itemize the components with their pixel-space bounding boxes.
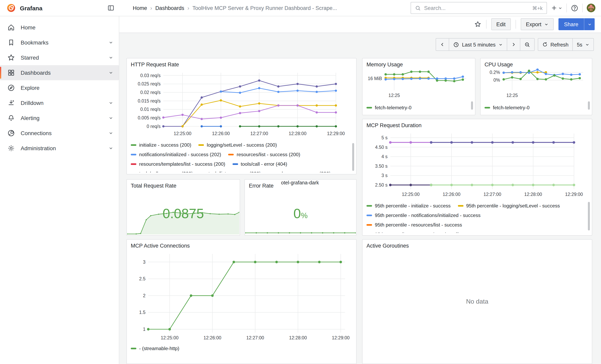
legend-item[interactable]: tools/call - success (200) [131, 171, 193, 172]
breadcrumb-current: ToolHive MCP Server & Proxy Runner Dashb… [192, 5, 337, 11]
legend-chip [228, 154, 234, 155]
time-forward-button[interactable] [507, 39, 520, 50]
legend-scrollbar[interactable] [588, 202, 590, 230]
legend-scrollbar[interactable] [588, 101, 590, 110]
svg-text:12:29:00: 12:29:00 [565, 192, 583, 197]
panel-mcp-active-connections: MCP Active Connections 11.522.5312:25:00… [126, 239, 357, 364]
time-range-picker[interactable]: Last 5 minutes [449, 39, 507, 50]
top-bar-left: Grafana [0, 3, 119, 13]
svg-text:3 s: 3 s [381, 173, 388, 178]
chevron-down-icon [109, 70, 113, 75]
chevron-down-icon [109, 131, 113, 136]
legend-item[interactable]: logging/setLevel - success (200) [198, 142, 277, 148]
duration-legend: 95th percentile - initialize - success95… [367, 201, 585, 233]
svg-text:12:26:00: 12:26:00 [212, 131, 230, 136]
sidebar-item-explore[interactable]: Explore [0, 80, 119, 95]
panel-error-rate: Error Rate 0% [244, 179, 357, 236]
error-rate-sparkline[interactable] [245, 221, 356, 235]
help-icon[interactable] [571, 4, 578, 12]
legend-item[interactable]: 95th percentile - logging/setLevel - suc… [458, 203, 560, 209]
legend-chip [458, 205, 463, 207]
zoom-out-button[interactable] [520, 39, 534, 50]
panel-title[interactable]: CPU Usage [485, 62, 513, 68]
chevron-down-icon [109, 100, 113, 105]
divider [486, 20, 486, 29]
sidebar-toggle-icon[interactable] [107, 4, 114, 11]
chevron-down-icon [109, 116, 113, 120]
svg-text:4 s: 4 s [381, 154, 388, 159]
panel-title[interactable]: Memory Usage [367, 62, 403, 68]
share-button[interactable]: Share [559, 18, 584, 30]
home-icon [7, 23, 15, 31]
sidebar-item-alerting[interactable]: Alerting [0, 110, 119, 126]
sidebar-item-starred[interactable]: Starred [0, 50, 119, 65]
legend-item[interactable]: - (streamable-http) [131, 346, 179, 351]
sidebar-item-dashboards[interactable]: Dashboards [0, 65, 119, 80]
cpu-usage-chart[interactable]: 0.2%0%12:25 [482, 68, 589, 100]
legend-chip [367, 215, 372, 216]
connections-icon [7, 129, 15, 137]
panel-title[interactable]: MCP Request Duration [367, 122, 421, 128]
legend-item[interactable]: 95th percentile - resources/list - succe… [367, 222, 462, 228]
legend-item[interactable]: resources/templates/list - success (200) [131, 161, 225, 167]
brand-name: Grafana [20, 5, 42, 11]
star-button[interactable] [474, 21, 481, 28]
legend-item[interactable]: 95th percentile - initialize - success [367, 203, 451, 209]
share-menu-button[interactable] [584, 18, 595, 30]
search-input[interactable]: Search... ⌘+k [411, 2, 547, 14]
chevron-down-icon [109, 40, 113, 45]
legend-item[interactable]: resources/list - success (200) [228, 152, 300, 157]
add-button[interactable] [551, 5, 562, 11]
sidebar-item-connections[interactable]: Connections [0, 126, 119, 141]
legend-item[interactable]: fetch-telemetry-0 [367, 105, 411, 110]
breadcrumb-home[interactable]: Home [133, 5, 147, 11]
legend-item[interactable]: unknown - success (200) [268, 171, 331, 172]
floating-label: otel-grafana-dark [281, 180, 319, 186]
sidebar-item-administration[interactable]: Administration [0, 141, 119, 156]
legend-scrollbar[interactable] [352, 143, 354, 171]
breadcrumb-separator: › [150, 5, 152, 11]
time-back-button[interactable] [436, 39, 449, 50]
legend-item[interactable]: fetch-telemetry-0 [485, 105, 530, 110]
export-button[interactable]: Export [521, 18, 554, 30]
star-icon [7, 54, 15, 62]
legend-item[interactable]: initialize - success (200) [131, 142, 191, 148]
no-data-message: No data [362, 240, 592, 364]
refresh-button[interactable]: Refresh [538, 39, 572, 50]
panel-total-request-rate: Total Request Rate 0.0875 [126, 179, 240, 236]
svg-text:12:28:00: 12:28:00 [289, 335, 307, 340]
edit-button[interactable]: Edit [491, 18, 511, 30]
avatar[interactable] [587, 4, 595, 12]
svg-text:3.50 s: 3.50 s [375, 164, 388, 169]
svg-text:12:28:00: 12:28:00 [289, 131, 306, 136]
sidebar-item-bookmarks[interactable]: Bookmarks [0, 35, 119, 50]
legend-item[interactable]: tools/call - error (404) [232, 161, 287, 167]
http-request-rate-chart[interactable]: 0 req/s0.005 req/s0.01 req/s0.015 req/s0… [130, 69, 353, 137]
legend-item[interactable]: tools/list - success (200) [200, 171, 261, 172]
svg-text:12:27:00: 12:27:00 [250, 131, 268, 136]
zoom-out-icon [524, 41, 530, 48]
svg-text:1.5: 1.5 [139, 310, 145, 315]
legend-item[interactable]: 95th percentile - notifications/initiali… [367, 213, 481, 218]
search-placeholder: Search... [424, 5, 529, 11]
panel-title[interactable]: MCP Active Connections [131, 243, 190, 249]
legend-item[interactable]: notifications/initialized - success (202… [131, 152, 221, 157]
legend-item[interactable]: 95th percentile - resources/templates/li… [367, 232, 485, 233]
sidebar: Home Bookmarks Starred Dashboards Explor… [0, 16, 119, 364]
refresh-interval-picker[interactable]: 5s [572, 39, 593, 50]
breadcrumb-dashboards[interactable]: Dashboards [155, 5, 184, 11]
chevron-down-icon [587, 22, 592, 26]
sidebar-item-drilldown[interactable]: Drilldown [0, 95, 119, 110]
mcp-request-duration-chart[interactable]: 2.50 s3 s3.50 s4 s4.50 s5 s12:25:0012:26… [366, 130, 589, 199]
chevron-down-icon [585, 42, 590, 47]
panel-memory-usage: Memory Usage 16 MiB12:25 fetch-telemetry… [362, 58, 475, 115]
panel-title[interactable]: HTTP Request Rate [131, 62, 179, 68]
mcp-active-connections-chart[interactable]: 11.522.5312:25:0012:26:0012:27:0012:28:0… [130, 252, 353, 343]
breadcrumb-separator: › [187, 5, 189, 11]
svg-text:16 MiB: 16 MiB [368, 76, 382, 81]
sidebar-item-home[interactable]: Home [0, 20, 119, 35]
legend-scrollbar[interactable] [471, 101, 473, 110]
memory-usage-chart[interactable]: 16 MiB12:25 [364, 68, 472, 100]
top-bar: Grafana Home › Dashboards › ToolHive MCP… [0, 0, 601, 16]
panel-title[interactable]: Error Rate [249, 183, 274, 189]
